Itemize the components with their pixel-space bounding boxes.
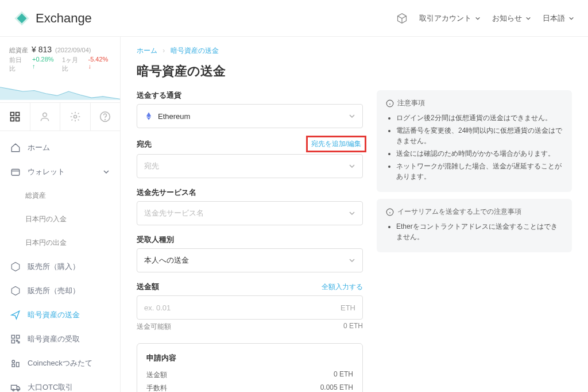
notice-title: 注意事項 [397, 98, 425, 108]
svg-rect-14 [17, 340, 18, 341]
sidebar-item-withdraw-jpy[interactable]: 日本円の出金 [0, 231, 120, 255]
sidebar-item-label: 総資産 [25, 191, 46, 201]
balance-sparkline [0, 76, 120, 102]
stack-icon [10, 358, 21, 368]
wallet-icon [10, 167, 21, 177]
sidebar-item-label: 暗号資産の送金 [28, 310, 80, 320]
menu-label: お知らせ [492, 13, 522, 24]
dod-label: 前日比 [9, 56, 26, 73]
notice-item: ログイン後2分間は仮想通貨の送金はできません。 [396, 113, 563, 123]
svg-rect-3 [16, 112, 19, 116]
sidebar-item-buy[interactable]: 販売所（購入） [0, 255, 120, 279]
notice-item: Etherをコントラクトアドレスに送金することはできません。 [396, 221, 563, 242]
info-column: 注意事項 ログイン後2分間は仮想通貨の送金はできません。 電話番号を変更後、24… [377, 90, 572, 392]
currency-label: 送金する通貨 [137, 90, 181, 101]
amount-max-link[interactable]: 全額入力する [322, 282, 363, 292]
dest-add-edit-link[interactable]: 宛先を追加/編集 [311, 140, 361, 148]
general-notice: 注意事項 ログイン後2分間は仮想通貨の送金はできません。 電話番号を変更後、24… [377, 90, 572, 192]
chevron-down-icon [475, 16, 481, 21]
eth-notice: イーサリアムを送金する上での注意事項 Etherをコントラクトアドレスに送金する… [377, 199, 572, 252]
menu-label: 取引アカウント [419, 13, 471, 24]
sidebar-item-wallet[interactable]: ウォレット [0, 160, 120, 184]
sidebar-item-receive[interactable]: 暗号資産の受取 [0, 327, 120, 351]
svg-rect-16 [12, 364, 15, 367]
svg-rect-15 [18, 341, 20, 343]
balance-amount: ¥ 813 [32, 45, 52, 54]
sidebar-item-label: 暗号資産の受取 [28, 334, 80, 344]
svg-rect-10 [11, 169, 20, 175]
svg-point-18 [12, 360, 15, 363]
logo-icon [14, 10, 30, 26]
sidebar-tabs [0, 102, 120, 131]
balance-date: (2022/09/04) [55, 47, 91, 53]
svg-rect-5 [16, 117, 19, 121]
cube-icon[interactable] [396, 13, 408, 24]
summary-amount-value: 0 ETH [334, 370, 353, 380]
avail-value: 0 ETH [343, 322, 363, 332]
breadcrumb: ホーム › 暗号資産の送金 [137, 46, 572, 56]
recipient-select[interactable]: 本人への送金 [137, 248, 363, 272]
svg-rect-11 [11, 335, 14, 338]
svg-point-6 [43, 113, 47, 117]
sidebar-item-sell[interactable]: 販売所（売却） [0, 279, 120, 303]
logo-area[interactable]: Exchange [14, 10, 92, 26]
svg-point-21 [17, 389, 19, 391]
chevron-down-icon [349, 163, 355, 170]
svg-rect-12 [17, 335, 20, 338]
svg-rect-2 [10, 112, 14, 116]
amount-input-wrap: ETH [137, 295, 363, 320]
qr-icon [10, 334, 21, 344]
chevron-down-icon [568, 16, 574, 21]
sidebar-item-home[interactable]: ホーム [0, 136, 120, 160]
header-right: 取引アカウント お知らせ 日本語 [396, 13, 574, 24]
tab-grid[interactable] [0, 103, 30, 130]
service-label: 送金先サービス名 [137, 187, 196, 198]
dod-value: +0.28% ↑ [32, 56, 56, 73]
sidebar-item-tsumitate[interactable]: Coincheckつみたて [0, 351, 120, 375]
sidebar-item-label: 販売所（購入） [28, 262, 80, 272]
tab-help[interactable] [91, 103, 121, 130]
chevron-down-icon [349, 210, 355, 217]
page-title: 暗号資産の送金 [137, 63, 572, 80]
sidebar-item-send[interactable]: 暗号資産の送金 [0, 303, 120, 327]
amount-input[interactable] [144, 303, 341, 312]
recipient-value: 本人への送金 [144, 255, 349, 266]
form-column: 送金する通貨 Ethereum 宛先 宛先を追加/編集 宛先 [137, 90, 363, 392]
ethereum-icon [144, 112, 153, 121]
dest-label: 宛先 [137, 139, 152, 149]
news-menu[interactable]: お知らせ [492, 13, 531, 24]
lang-menu[interactable]: 日本語 [543, 13, 574, 24]
amount-unit: ETH [341, 303, 355, 312]
sidebar-item-label: ホーム [28, 143, 50, 153]
breadcrumb-current: 暗号資産の送金 [171, 47, 219, 55]
balance-summary: 総資産 ¥ 813 (2022/09/04) 前日比 +0.28% ↑ 1ヶ月比… [0, 37, 120, 76]
svg-point-7 [74, 115, 76, 118]
trade-account-menu[interactable]: 取引アカウント [419, 13, 481, 24]
dest-select[interactable]: 宛先 [137, 154, 363, 178]
chevron-down-icon [349, 113, 355, 120]
sidebar-item-label: Coincheckつみたて [28, 358, 92, 368]
menu-label: 日本語 [543, 13, 565, 24]
balance-label: 総資産 [9, 46, 28, 55]
tab-settings[interactable] [60, 103, 91, 130]
summary-fee-label: 手数料 [146, 383, 167, 392]
service-select[interactable]: 送金先サービス名 [137, 201, 363, 225]
sidebar-item-total-assets[interactable]: 総資産 [0, 184, 120, 207]
logo-text: Exchange [36, 11, 92, 26]
sidebar-item-otc[interactable]: 大口OTC取引 [0, 375, 120, 392]
chevron-down-icon [103, 168, 110, 175]
sidebar-item-deposit-jpy[interactable]: 日本円の入金 [0, 207, 120, 231]
summary-title: 申請内容 [146, 353, 353, 363]
currency-select[interactable]: Ethereum [137, 104, 363, 128]
svg-rect-17 [17, 362, 20, 367]
info-icon [386, 99, 394, 107]
mom-value: -5.42% ↓ [88, 56, 111, 73]
top-header: Exchange 取引アカウント お知らせ 日本語 [0, 0, 588, 37]
nav-list: ホーム ウォレット 総資産 日本円の入金 日本円の出金 販売所（購入） 販売所（… [0, 131, 120, 392]
avail-label: 送金可能額 [137, 322, 171, 332]
amount-label: 送金額 [137, 282, 159, 292]
tab-user[interactable] [30, 103, 61, 130]
chevron-down-icon [349, 257, 355, 264]
sidebar-item-label: 大口OTC取引 [28, 382, 73, 392]
breadcrumb-home[interactable]: ホーム [137, 47, 157, 55]
